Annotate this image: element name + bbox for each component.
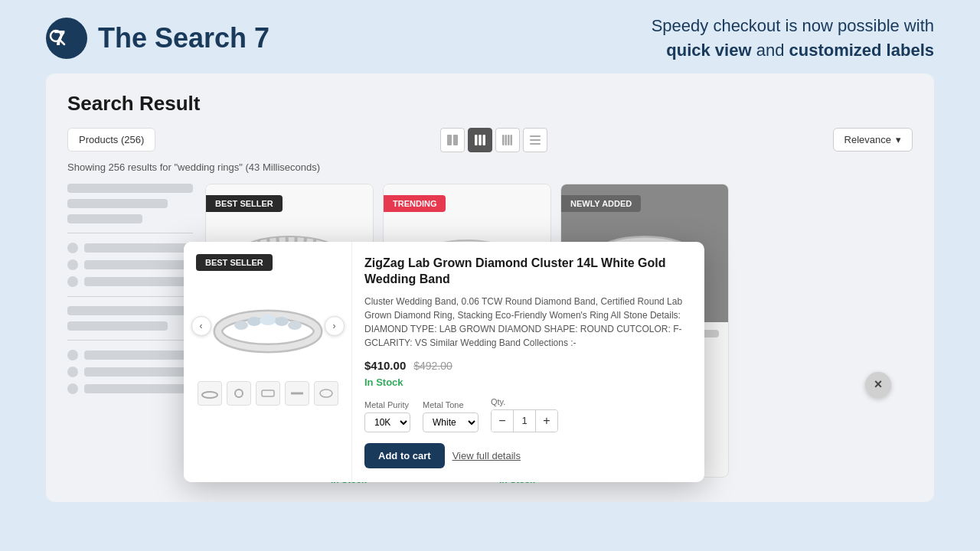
view-2col-btn[interactable] [440, 128, 465, 152]
qty-value: 1 [513, 410, 536, 432]
modal-tone-select[interactable]: WhiteYellowRose [423, 412, 479, 432]
modal-thumb-2[interactable] [227, 381, 251, 406]
modal-tone-label: Metal Tone [423, 400, 479, 409]
qty-decrease-btn[interactable]: − [492, 410, 513, 432]
modal-thumb-4[interactable] [285, 381, 309, 406]
modal-original-price: $492.00 [413, 360, 452, 372]
svg-point-37 [275, 317, 289, 326]
browser-window: Search Result Products (256) Relevance ▾… [46, 73, 934, 502]
modal-options: Metal Purity 10K14K18K Metal Tone WhiteY… [364, 397, 691, 432]
page-title: Search Result [67, 92, 913, 116]
qty-increase-btn[interactable]: + [536, 410, 557, 432]
toolbar: Products (256) Relevance ▾ [67, 128, 913, 152]
modal-tone-group: Metal Tone WhiteYellowRose [423, 400, 479, 432]
tagline-bold2: customized labels [789, 41, 934, 60]
view-details-link[interactable]: View full details [452, 450, 521, 461]
logo-area: 7 The Search 7 [46, 18, 270, 59]
svg-rect-12 [511, 135, 513, 145]
svg-rect-13 [530, 135, 541, 137]
svg-point-0 [46, 18, 87, 59]
results-info: Showing 256 results for "wedding rings" … [67, 161, 913, 173]
svg-rect-14 [530, 139, 541, 141]
svg-point-38 [288, 321, 302, 330]
svg-point-34 [234, 321, 248, 330]
modal-qty-group: Qty. − 1 + [491, 397, 558, 432]
modal-title: ZigZag Lab Grown Diamond Cluster 14L Whi… [364, 256, 691, 288]
header: 7 The Search 7 Speedy checkout is now po… [0, 0, 980, 73]
modal-purity-group: Metal Purity 10K14K18K [364, 400, 410, 432]
modal-prices: $410.00 $492.00 [364, 359, 691, 372]
logo-icon: 7 [46, 18, 87, 59]
view-list-btn[interactable] [523, 128, 547, 152]
tagline-line1: Speedy checkout is now possible with [652, 16, 934, 35]
badge-bestseller: BEST SELLER [206, 195, 283, 212]
modal-purity-label: Metal Purity [364, 400, 410, 409]
modal-thumb-1[interactable] [198, 381, 222, 406]
quick-view-modal: BEST SELLER ‹ › [184, 242, 704, 483]
badge-trending: TRENDING [384, 195, 446, 212]
svg-rect-5 [453, 135, 458, 145]
modal-image-section: BEST SELLER ‹ › [184, 242, 352, 483]
svg-point-40 [235, 390, 243, 397]
svg-point-35 [247, 317, 261, 326]
svg-rect-9 [502, 135, 505, 145]
svg-rect-7 [479, 135, 482, 145]
modal-description: Cluster Wedding Band, 0.06 TCW Round Dia… [364, 295, 691, 350]
modal-badge: BEST SELLER [196, 254, 273, 271]
relevance-btn[interactable]: Relevance ▾ [833, 128, 913, 152]
svg-rect-41 [262, 390, 274, 396]
products-count: Products (256) [67, 128, 155, 152]
tagline: Speedy checkout is now possible with qui… [652, 14, 934, 63]
modal-info-section: ZigZag Lab Grown Diamond Cluster 14L Whi… [352, 242, 704, 483]
svg-point-43 [320, 390, 332, 397]
modal-actions: Add to cart View full details [364, 443, 691, 468]
modal-prev-btn[interactable]: ‹ [191, 316, 211, 336]
modal-thumb-3[interactable] [256, 381, 280, 406]
modal-sale-price: $410.00 [364, 359, 406, 372]
add-to-cart-btn[interactable]: Add to cart [364, 443, 445, 468]
svg-point-36 [260, 315, 276, 325]
svg-rect-10 [505, 135, 508, 145]
qty-control: − 1 + [491, 409, 558, 432]
tagline-bold1: quick view [666, 41, 751, 60]
modal-main-image: ‹ › [199, 280, 337, 372]
modal-purity-select[interactable]: 10K14K18K [364, 412, 410, 432]
modal-badge-area: BEST SELLER [196, 254, 273, 271]
svg-text:7: 7 [54, 26, 66, 50]
svg-rect-6 [475, 135, 478, 145]
modal-thumb-5[interactable] [314, 381, 338, 406]
modal-ring-image [207, 292, 329, 360]
modal-thumbnails [198, 381, 338, 406]
modal-next-btn[interactable]: › [325, 316, 345, 336]
svg-point-39 [202, 392, 217, 398]
svg-rect-8 [483, 135, 486, 145]
modal-qty-label: Qty. [491, 397, 558, 406]
svg-rect-11 [508, 135, 510, 145]
svg-rect-15 [530, 143, 541, 145]
svg-rect-4 [447, 135, 452, 145]
modal-close-btn[interactable]: × [865, 372, 891, 398]
logo-text: The Search 7 [98, 22, 270, 54]
badge-newlyadded: NEWLY ADDED [561, 195, 641, 212]
view-icons [440, 128, 547, 152]
view-3col-btn[interactable] [468, 128, 492, 152]
modal-stock: In Stock [364, 377, 691, 388]
view-4col-btn[interactable] [495, 128, 520, 152]
